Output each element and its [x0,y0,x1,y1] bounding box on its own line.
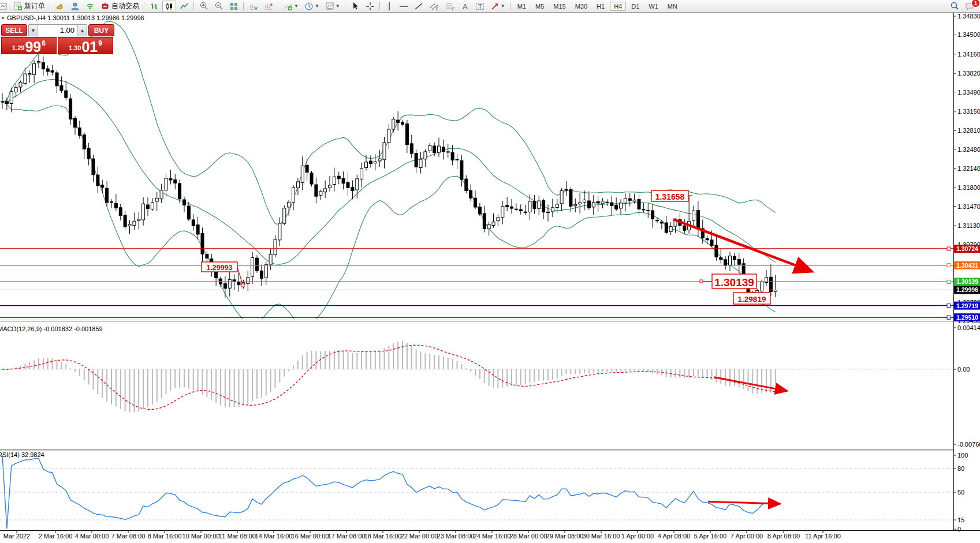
templates-dropdown[interactable]: ▼ [323,1,342,12]
svg-text:0: 0 [957,526,961,533]
cursor-icon[interactable] [348,1,362,12]
buy-price-pip: 9 [98,39,102,47]
svg-text:8 Apr 08:00: 8 Apr 08:00 [767,533,800,540]
svg-text:10 Mar 00:00: 10 Mar 00:00 [182,533,220,540]
line-chart-icon[interactable] [177,1,191,12]
timeframe-W1[interactable]: W1 [644,2,662,11]
crosshair-icon[interactable] [363,1,377,12]
svg-text:4 Mar 00:00: 4 Mar 00:00 [75,533,109,540]
svg-text:F: F [452,7,454,11]
tile-windows-icon[interactable] [227,1,241,12]
buy-price-prefix: 1.30 [69,44,81,51]
timeframe-M30[interactable]: M30 [571,2,591,11]
buy-price-tile[interactable]: 1.30019 [58,37,113,54]
one-click-trading-panel[interactable]: SELL ▼ 1.00 ▲ BUY 1.29996 1.30019 [1,24,114,54]
indicators-dropdown[interactable]: ▼ [281,1,301,12]
svg-text:1.32480: 1.32480 [957,146,980,153]
buy-button[interactable]: BUY [88,24,114,36]
price-annotation-1.31658[interactable]: 1.31658 [651,190,692,201]
timeframe-M15[interactable]: M15 [549,2,569,11]
svg-text:11 Apr 16:00: 11 Apr 16:00 [805,533,841,540]
trendline-icon[interactable] [412,1,426,12]
text-icon[interactable]: A [459,1,472,12]
text-label-icon[interactable]: T [473,1,487,12]
svg-text:7 Apr 00:00: 7 Apr 00:00 [731,533,763,540]
svg-text:1.33490: 1.33490 [957,89,980,96]
chart-area[interactable]: 1.299931.316581.301391.298191.348301.345… [0,0,980,543]
svg-text:5 Apr 16:00: 5 Apr 16:00 [694,533,726,540]
toolbar-separator [278,2,279,10]
notifications-button[interactable]: 1 [963,1,977,12]
toolbar-separator [510,2,511,10]
sell-price-pip: 6 [42,39,46,47]
search-icon[interactable] [948,1,962,12]
svg-text:1.30139: 1.30139 [714,276,754,289]
toolbar-separator [345,2,346,10]
zoom-out-icon[interactable] [212,1,226,12]
chart-shift-icon[interactable] [262,1,275,12]
new-order-button[interactable]: 新订单 [11,1,47,12]
svg-text:1.31800: 1.31800 [957,184,980,191]
timeframe-M1[interactable]: M1 [513,2,530,11]
new-chart-icon[interactable] [0,1,10,12]
svg-text:7 Mar 08:00: 7 Mar 08:00 [111,533,146,540]
svg-text:A: A [463,2,468,11]
svg-text:1.34830: 1.34830 [957,13,980,20]
volume-increase-button[interactable]: ▲ [77,25,87,36]
svg-text:1.31130: 1.31130 [957,222,980,229]
auto-scroll-icon[interactable] [247,1,260,12]
fibonacci-icon[interactable]: F [443,1,458,12]
svg-text:-0.007664: -0.007664 [957,441,980,448]
chart-svg[interactable]: 1.299931.316581.301391.298191.348301.345… [0,0,980,543]
price-annotation-1.29819[interactable]: 1.29819 [733,293,770,304]
toolbar-separator [379,2,381,10]
arrow-object-icon [490,2,500,11]
alerts-icon[interactable] [53,1,67,12]
arrows-dropdown[interactable]: ▼ [488,1,508,12]
toolbar-separator [193,2,195,10]
volume-input[interactable]: 1.00 [38,25,77,36]
svg-text:1.31470: 1.31470 [957,203,980,210]
chevron-down-icon: ▼ [315,3,319,9]
timeframe-D1[interactable]: D1 [627,2,643,11]
horizontal-line-icon[interactable] [397,1,411,12]
candlestick-chart-icon[interactable] [162,1,176,12]
svg-text:16 Mar 00:00: 16 Mar 00:00 [292,533,329,540]
zoom-in-icon[interactable] [197,1,211,12]
sell-button[interactable]: SELL [1,24,27,36]
svg-text:1.29510: 1.29510 [956,314,978,321]
svg-text:1.33820: 1.33820 [957,70,980,77]
svg-text:1 Apr 00:00: 1 Apr 00:00 [621,533,654,540]
svg-text:E: E [436,7,439,11]
svg-text:1.30724: 1.30724 [956,245,978,252]
community-icon[interactable] [68,1,82,12]
indicators-icon [284,2,293,11]
svg-text:1.29993: 1.29993 [206,264,232,272]
svg-text:50: 50 [957,489,964,496]
volume-decrease-button[interactable]: ▼ [29,25,38,36]
bar-chart-icon[interactable] [147,1,161,12]
svg-text:1.33150: 1.33150 [957,108,980,115]
symbol-ohlc-header: GBPUSD-,H4 1.30011 1.30013 1.29986 1.299… [7,14,144,21]
timeframe-M5[interactable]: M5 [531,2,548,11]
equidistant-channel-icon[interactable]: E [427,1,442,12]
chevron-down-icon: ▼ [501,3,505,9]
svg-text:24 Mar 16:00: 24 Mar 16:00 [474,533,511,540]
svg-text:1.29719: 1.29719 [956,302,978,309]
sell-price-tile[interactable]: 1.29996 [1,37,57,54]
vertical-line-icon[interactable] [383,1,396,12]
timeframe-MN[interactable]: MN [664,2,681,11]
svg-text:0.004144: 0.004144 [957,324,980,331]
volume-spinner[interactable]: ▼ 1.00 ▲ [28,24,87,36]
svg-text:18 Mar 16:00: 18 Mar 16:00 [364,533,402,540]
auto-trading-icon [100,2,110,11]
periods-dropdown[interactable]: ▼ [302,1,322,12]
svg-text:29 Mar 08:00: 29 Mar 08:00 [546,533,584,540]
auto-trading-button[interactable]: 自动交易 [98,1,141,12]
chevron-down-icon: ▼ [336,3,340,9]
svg-text:1.32140: 1.32140 [957,165,980,172]
timeframe-H1[interactable]: H1 [593,2,609,11]
signals-icon[interactable] [83,1,97,12]
new-order-label: 新订单 [24,1,45,11]
timeframe-H4[interactable]: H4 [610,2,626,11]
